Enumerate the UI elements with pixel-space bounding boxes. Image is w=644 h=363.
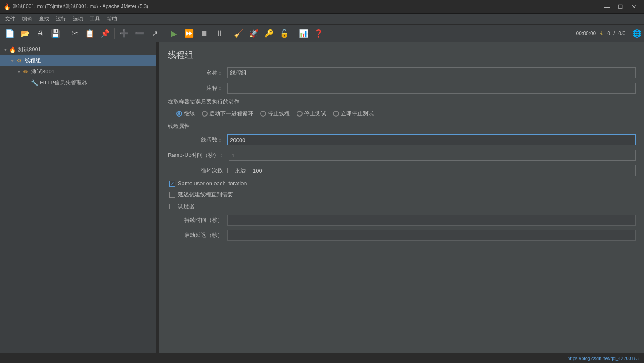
menu-item-选项[interactable]: 选项 <box>69 14 86 24</box>
radio-stop-test-now-label: 立即停止测试 <box>341 110 374 117</box>
same-user-label: Same user on each iteration <box>178 180 247 187</box>
scheduler-label: 调度器 <box>178 203 194 210</box>
expand-button[interactable]: ➕ <box>117 26 131 41</box>
duration-input[interactable] <box>227 215 636 226</box>
forever-check-group: 永远 <box>227 167 246 174</box>
sidebar-tree: ▼ 🔥 测试8001 ▼ ⚙ 线程组 ▼ ✏ 测试8001 ▶ 🔧 HTTP信息… <box>0 42 157 353</box>
arrow-thread-group: ▼ <box>10 59 15 63</box>
same-user-checkbox[interactable]: ✓ <box>169 181 175 187</box>
status-bar: https://blog.csdn.net/qq_42200163 <box>0 353 644 363</box>
maximize-button[interactable]: ☐ <box>613 0 627 14</box>
thread-group-icon: ⚙ <box>15 57 23 64</box>
radio-next-loop[interactable]: 启动下一进程循环 <box>202 110 253 117</box>
start-no-pause-button[interactable]: ⏩ <box>182 26 196 41</box>
name-input[interactable] <box>227 67 636 78</box>
loop-count-input[interactable] <box>250 165 636 176</box>
copy-button[interactable]: 📋 <box>83 26 97 41</box>
tree-label-thread-group: 线程组 <box>25 57 41 64</box>
save-button[interactable]: 💾 <box>48 26 63 41</box>
forever-checkbox[interactable] <box>227 168 233 173</box>
delay-create-label: 延迟创建线程直到需要 <box>178 191 233 198</box>
status-url: https://blog.csdn.net/qq_42200163 <box>567 356 639 361</box>
radio-stop-test-circle <box>297 111 303 117</box>
radio-stop-test-now[interactable]: 立即停止测试 <box>333 110 374 117</box>
radio-continue[interactable]: 继续 <box>176 110 195 117</box>
test-plan-child-icon: ✏ <box>22 68 30 75</box>
thread-count-input[interactable] <box>227 134 636 145</box>
duration-row: 持续时间（秒） <box>168 215 636 226</box>
new-button[interactable]: 📄 <box>3 26 17 41</box>
globe-icon: 🌐 <box>632 29 641 38</box>
radio-stop-test-now-circle <box>333 111 339 117</box>
tree-label-http-header: HTTP信息头管理器 <box>40 79 87 87</box>
menu-item-文件[interactable]: 文件 <box>2 14 19 24</box>
arrow-child: ▼ <box>17 70 22 74</box>
comment-input[interactable] <box>227 83 636 94</box>
radio-stop-thread-label: 停止线程 <box>268 110 290 117</box>
duration-label: 持续时间（秒） <box>168 216 227 224</box>
remote-start-button[interactable]: 🚀 <box>247 26 261 41</box>
comment-row: 注释： <box>168 83 636 94</box>
remote-stop-button[interactable]: 🔑 <box>262 26 276 41</box>
cut-button[interactable]: ✂ <box>67 26 82 41</box>
name-label: 名称： <box>168 69 227 77</box>
tree-item-thread-group[interactable]: ▼ ⚙ 线程组 <box>0 55 156 66</box>
start-button[interactable]: ▶ <box>167 26 181 41</box>
startup-delay-input[interactable] <box>227 230 636 241</box>
paste-button[interactable]: 📌 <box>98 26 112 41</box>
delay-create-checkbox[interactable] <box>169 192 175 198</box>
radio-next-loop-label: 启动下一进程循环 <box>209 110 253 117</box>
separator-4 <box>229 28 229 39</box>
open-button[interactable]: 📂 <box>18 26 32 41</box>
rampup-input[interactable] <box>229 150 636 161</box>
separator-5 <box>294 28 294 39</box>
name-row: 名称： <box>168 67 636 78</box>
startup-delay-label: 启动延迟（秒） <box>168 232 227 239</box>
test-plan-icon: 🔥 <box>8 46 16 53</box>
http-header-icon: 🔧 <box>31 79 38 87</box>
radio-stop-test[interactable]: 停止测试 <box>297 110 326 117</box>
tree-item-http-header[interactable]: ▶ 🔧 HTTP信息头管理器 <box>0 77 156 88</box>
scheduler-checkbox[interactable] <box>169 204 175 209</box>
help-button[interactable]: ❓ <box>311 26 326 41</box>
title-bar: 🔥 测试8001.jmx (E:\jmter\测试8001.jmx) - Apa… <box>0 0 644 14</box>
minimize-button[interactable]: — <box>600 0 613 14</box>
error-count: 0/0 <box>618 31 625 36</box>
delay-create-row: 延迟创建线程直到需要 <box>168 191 636 198</box>
menu-item-编辑[interactable]: 编辑 <box>19 14 36 24</box>
collapse-button[interactable]: ➖ <box>132 26 147 41</box>
warning-count: 0 <box>607 31 610 36</box>
print-button[interactable]: 🖨 <box>33 26 47 41</box>
menu-item-帮助[interactable]: 帮助 <box>103 14 120 24</box>
tree-item-test-plan[interactable]: ▼ 🔥 测试8001 <box>0 44 156 55</box>
clear-button[interactable]: 🧹 <box>231 26 246 41</box>
stop-button[interactable]: ⏹ <box>197 26 211 41</box>
radio-stop-thread[interactable]: 停止线程 <box>260 110 290 117</box>
menu-item-工具[interactable]: 工具 <box>86 14 103 24</box>
toolbar-right: 00:00:00 ⚠ 0 / 0/0 🌐 <box>576 29 641 38</box>
menu-item-运行[interactable]: 运行 <box>53 14 69 24</box>
menu-item-查找[interactable]: 查找 <box>36 14 53 24</box>
shutdown-button[interactable]: ⏸ <box>212 26 227 41</box>
remote-exit-button[interactable]: 🔓 <box>277 26 291 41</box>
thread-count-row: 线程数： <box>168 134 636 145</box>
error-action-radio-group: 继续 启动下一进程循环 停止线程 停止测试 立即停止测试 <box>168 110 636 117</box>
tree-item-test-plan-child[interactable]: ▼ ✏ 测试8001 <box>0 66 156 77</box>
separator-1 <box>65 28 65 39</box>
thread-count-label: 线程数： <box>168 136 227 144</box>
radio-stop-thread-circle <box>260 111 266 117</box>
aggregate-button[interactable]: 📊 <box>296 26 311 41</box>
close-button[interactable]: ✕ <box>627 0 641 14</box>
radio-continue-label: 继续 <box>184 110 195 117</box>
content-panel: 线程组 名称： 注释： 在取样器错误后要执行的动作 继续 启动下一进程循环 <box>159 42 644 353</box>
tree-label-test-plan-child: 测试8001 <box>31 68 55 75</box>
title-text: 测试8001.jmx (E:\jmter\测试8001.jmx) - Apach… <box>13 3 600 10</box>
error-action-label: 在取样器错误后要执行的动作 <box>168 98 244 106</box>
scheduler-row: 调度器 <box>168 203 636 210</box>
thread-props-section-title: 线程属性 <box>168 123 636 130</box>
main-layout: ▼ 🔥 测试8001 ▼ ⚙ 线程组 ▼ ✏ 测试8001 ▶ 🔧 HTTP信息… <box>0 42 644 353</box>
remote-button[interactable]: ↗ <box>147 26 162 41</box>
radio-continue-circle <box>176 111 182 117</box>
loop-count-label: 循环次数 <box>168 167 227 174</box>
rampup-row: Ramp-Up时间（秒）： <box>168 150 636 161</box>
